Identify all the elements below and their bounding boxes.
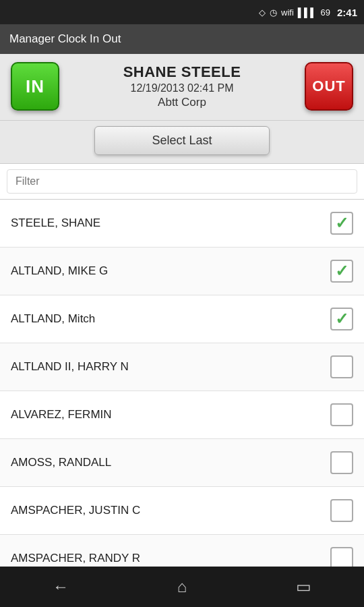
- recents-button[interactable]: ▭: [270, 567, 337, 607]
- app-title: Manager Clock In Out: [9, 32, 121, 46]
- employee-checkbox[interactable]: [330, 451, 353, 474]
- employee-checkbox[interactable]: ✓: [330, 212, 353, 235]
- alarm-icon: ◷: [270, 7, 277, 18]
- title-bar: Manager Clock In Out: [0, 24, 364, 54]
- employee-row[interactable]: STEELE, SHANE✓: [0, 200, 364, 248]
- employee-name-label: ALTLAND, MIKE G: [11, 264, 108, 278]
- in-button-label: IN: [26, 76, 44, 97]
- employee-checkbox[interactable]: ✓: [330, 308, 353, 330]
- employee-checkbox[interactable]: ✓: [330, 260, 353, 283]
- wifi-icon: wifi: [281, 7, 294, 18]
- out-button-label: OUT: [312, 78, 345, 95]
- employee-name-label: AMSPACHER, RANDY R: [11, 552, 140, 565]
- employee-name-label: ALTLAND II, HARRY N: [11, 360, 129, 374]
- employee-row[interactable]: AMSPACHER, JUSTIN C: [0, 487, 364, 535]
- header: IN SHANE STEELE 12/19/2013 02:41 PM Abtt…: [0, 54, 364, 121]
- signal-bars-icon: ▌▌▌: [298, 7, 317, 18]
- filter-container: [0, 164, 364, 200]
- employee-row[interactable]: AMOSS, RANDALL: [0, 439, 364, 487]
- nav-bar: ← ⌂ ▭: [0, 567, 364, 607]
- employee-row[interactable]: AMSPACHER, RANDY R: [0, 535, 364, 571]
- employee-checkbox[interactable]: [330, 403, 353, 426]
- employee-name-label: AMOSS, RANDALL: [11, 456, 111, 469]
- home-button[interactable]: ⌂: [148, 567, 216, 607]
- employee-name-label: AMSPACHER, JUSTIN C: [11, 504, 140, 517]
- back-button[interactable]: ←: [27, 567, 94, 607]
- employee-row[interactable]: ALTLAND, MIKE G✓: [0, 248, 364, 295]
- checkmark-icon: ✓: [335, 263, 348, 279]
- employee-checkbox[interactable]: [330, 355, 353, 378]
- company-name: Abtt Corp: [158, 96, 206, 109]
- select-last-container: Select Last: [0, 121, 364, 164]
- employee-name-label: ALVAREZ, FERMIN: [11, 408, 112, 422]
- checkmark-icon: ✓: [335, 311, 348, 327]
- status-bar: ◇ ◷ wifi ▌▌▌ 69 2:41: [0, 0, 364, 24]
- header-center: SHANE STEELE 12/19/2013 02:41 PM Abtt Co…: [59, 63, 305, 109]
- employee-row[interactable]: ALTLAND II, HARRY N: [0, 343, 364, 391]
- in-button[interactable]: IN: [11, 62, 59, 111]
- employee-row[interactable]: ALTLAND, Mitch✓: [0, 295, 364, 343]
- employee-row[interactable]: ALVAREZ, FERMIN: [0, 391, 364, 439]
- employee-name-label: STEELE, SHANE: [11, 216, 100, 230]
- home-icon: ⌂: [177, 577, 187, 596]
- recents-icon: ▭: [296, 577, 311, 596]
- out-button[interactable]: OUT: [305, 62, 353, 111]
- employee-checkbox[interactable]: [330, 499, 353, 522]
- employee-name: SHANE STEELE: [123, 63, 241, 81]
- datetime-display: 12/19/2013 02:41 PM: [130, 82, 233, 94]
- employee-name-label: ALTLAND, Mitch: [11, 312, 95, 326]
- checkmark-icon: ✓: [335, 215, 348, 231]
- signal-icon: ◇: [259, 7, 266, 18]
- employee-list: STEELE, SHANE✓ALTLAND, MIKE G✓ALTLAND, M…: [0, 200, 364, 571]
- back-icon: ←: [53, 577, 69, 596]
- select-last-button[interactable]: Select Last: [94, 126, 270, 155]
- battery-level: 69: [321, 7, 330, 18]
- filter-input[interactable]: [7, 169, 357, 194]
- time-display: 2:41: [337, 7, 357, 18]
